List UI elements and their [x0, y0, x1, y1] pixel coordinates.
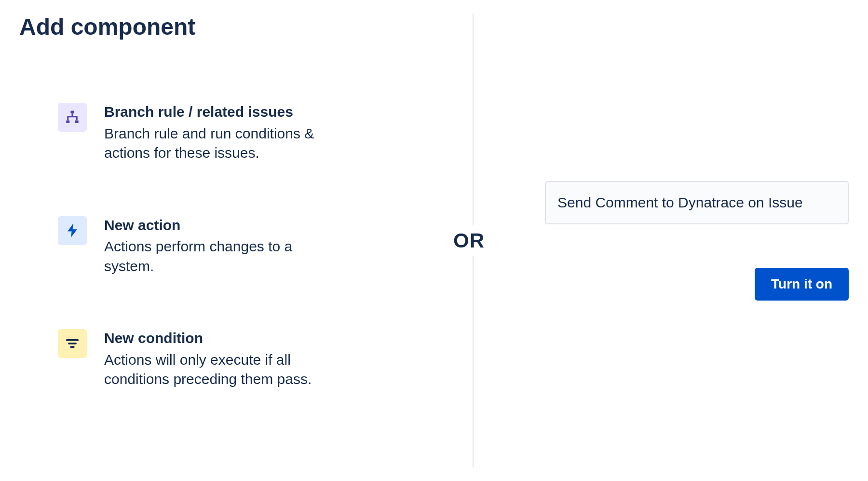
option-description: Branch rule and run conditions & actions…: [104, 124, 336, 163]
component-option-list: Branch rule / related issues Branch rule…: [19, 103, 424, 389]
page-title: Add component: [19, 14, 424, 40]
svg-rect-2: [75, 120, 79, 123]
option-text: New action Actions perform changes to a …: [104, 216, 336, 276]
option-new-action[interactable]: New action Actions perform changes to a …: [58, 216, 424, 276]
option-title: New condition: [104, 329, 336, 347]
option-description: Actions will only execute if all conditi…: [104, 350, 336, 389]
option-title: Branch rule / related issues: [104, 103, 336, 121]
option-branch-rule[interactable]: Branch rule / related issues Branch rule…: [58, 103, 424, 163]
bolt-icon: [58, 216, 87, 245]
option-description: Actions perform changes to a system.: [104, 237, 336, 276]
option-new-condition[interactable]: New condition Actions will only execute …: [58, 329, 424, 389]
svg-rect-0: [70, 111, 74, 114]
filter-icon: [58, 329, 87, 358]
option-text: New condition Actions will only execute …: [104, 329, 336, 389]
rule-name-input[interactable]: [545, 181, 849, 224]
left-pane: Add component Branch rule / related issu…: [19, 14, 453, 467]
option-text: Branch rule / related issues Branch rule…: [104, 103, 336, 163]
right-pane: Turn it on: [453, 14, 849, 467]
option-title: New action: [104, 216, 336, 234]
turn-it-on-button[interactable]: Turn it on: [755, 268, 849, 301]
svg-rect-1: [66, 120, 69, 123]
branch-icon: [58, 103, 87, 132]
